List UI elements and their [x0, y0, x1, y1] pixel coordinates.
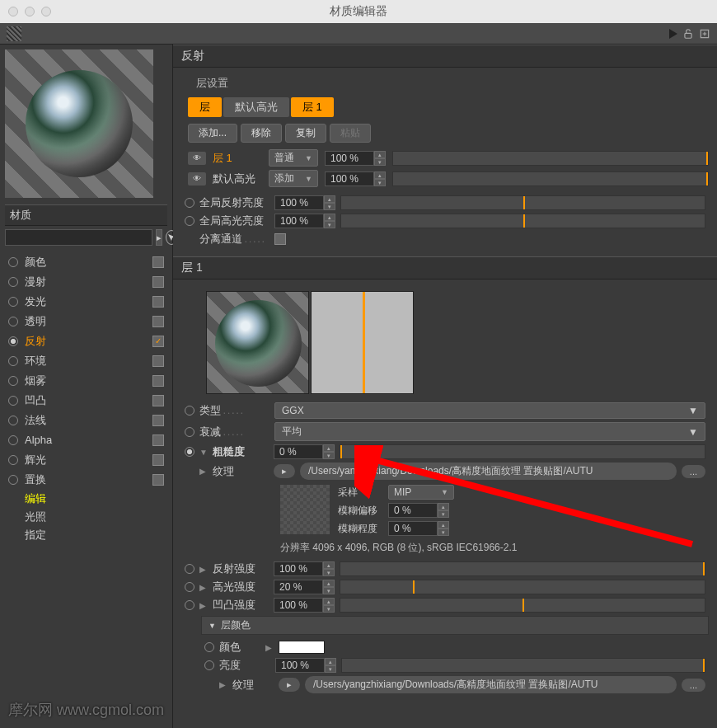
texture-more-btn[interactable]: ... [682, 465, 705, 478]
attenuation-dropdown[interactable]: 平均▼ [274, 422, 705, 441]
texture-path[interactable]: /Users/yangzhixiang/Downloads/高精度地面纹理 置换… [300, 463, 677, 480]
global-specular-slider[interactable] [340, 214, 705, 228]
separate-channel-check[interactable] [274, 233, 286, 245]
spinner[interactable]: ▴▾ [374, 171, 386, 186]
radio[interactable] [185, 447, 194, 457]
new-material-icon[interactable] [699, 28, 710, 40]
channel-glow[interactable]: 辉光 [5, 450, 167, 470]
spinner[interactable]: ▴▾ [324, 195, 335, 210]
material-name-input[interactable] [5, 229, 152, 246]
channel-environment[interactable]: 环境 [5, 351, 167, 371]
spinner[interactable]: ▴▾ [323, 580, 335, 594]
roughness-slider[interactable] [340, 444, 705, 459]
layer-row-1[interactable]: 👁 层 1 普通▼ 100 %▴▾ [188, 149, 709, 167]
add-button[interactable]: 添加... [188, 124, 237, 143]
remove-button[interactable]: 移除 [241, 124, 282, 143]
tab-layer[interactable]: 层 [188, 97, 222, 117]
expand-arrow-icon[interactable]: ▶ [199, 467, 208, 476]
layer1-preview-specular[interactable] [311, 291, 414, 394]
channel-luminance[interactable]: 发光 [5, 292, 167, 312]
minimize-window-btn[interactable] [25, 7, 35, 16]
brightness-field[interactable]: 100 % [275, 658, 325, 673]
texture-grid-icon[interactable] [7, 26, 21, 41]
layer1-mode-dropdown[interactable]: 普通▼ [269, 149, 318, 167]
cursor-icon[interactable] [669, 29, 677, 39]
channel-transparency[interactable]: 透明 [5, 312, 167, 331]
expand-arrow-icon[interactable]: ▶ [265, 643, 274, 652]
layer-color-texture-path[interactable]: /Users/yangzhixiang/Downloads/高精度地面纹理 置换… [305, 676, 677, 693]
radio[interactable] [185, 216, 194, 226]
spinner[interactable]: ▴▾ [374, 151, 386, 166]
radio[interactable] [185, 198, 194, 208]
expand-arrow-icon[interactable]: ▶ [199, 601, 208, 610]
material-preview[interactable] [5, 49, 153, 198]
spinner[interactable]: ▴▾ [438, 521, 449, 536]
channel-normal[interactable]: 法线 [5, 411, 167, 430]
expand-btn[interactable]: ▸ [156, 229, 162, 246]
eye-icon[interactable]: 👁 [188, 172, 206, 186]
tab-default-specular[interactable]: 默认高光 [223, 97, 289, 117]
spinner[interactable]: ▴▾ [438, 503, 449, 518]
type-dropdown[interactable]: GGX▼ [274, 402, 705, 419]
radio[interactable] [185, 582, 194, 592]
specular-strength-field[interactable]: 20 % [274, 580, 323, 594]
radio[interactable] [185, 600, 194, 610]
expand-arrow-icon[interactable]: ▶ [199, 565, 208, 574]
spinner[interactable]: ▴▾ [323, 444, 335, 459]
layer1-preview-sphere[interactable] [206, 291, 309, 394]
eye-icon[interactable]: 👁 [188, 152, 206, 165]
radio[interactable] [204, 660, 214, 670]
layer-row-default[interactable]: 👁 默认高光 添加▼ 100 %▴▾ [188, 170, 709, 187]
texture-menu-btn[interactable]: ▸ [274, 464, 295, 478]
channel-displacement[interactable]: 置换 [5, 470, 167, 490]
specular-strength-slider[interactable] [340, 580, 705, 594]
channel-diffuse[interactable]: 漫射 [5, 272, 167, 292]
texture-menu-btn[interactable]: ▸ [279, 678, 300, 692]
channel-bump[interactable]: 凹凸 [5, 391, 167, 411]
expand-arrow-icon[interactable]: ▼ [199, 448, 208, 457]
color-swatch[interactable] [279, 641, 325, 654]
radio[interactable] [185, 427, 194, 437]
global-reflection-field[interactable]: 100 % [274, 195, 324, 210]
spinner[interactable]: ▴▾ [324, 214, 335, 228]
blur-scale-field[interactable]: 0 % [388, 521, 438, 536]
roughness-field[interactable]: 0 % [274, 444, 323, 459]
layer1-opacity-slider[interactable] [392, 151, 709, 166]
radio[interactable] [185, 564, 194, 574]
zoom-window-btn[interactable] [41, 7, 51, 16]
channel-alpha[interactable]: Alpha [5, 430, 167, 450]
default-opacity-slider[interactable] [392, 171, 709, 186]
spinner[interactable]: ▴▾ [323, 561, 335, 576]
expand-arrow-icon[interactable]: ▶ [199, 583, 208, 592]
sub-illumination[interactable]: 光照 [5, 508, 167, 526]
spinner[interactable]: ▴▾ [325, 658, 336, 673]
tab-layer1[interactable]: 层 1 [291, 97, 334, 117]
brightness-slider[interactable] [341, 658, 705, 673]
reflection-strength-field[interactable]: 100 % [274, 561, 323, 576]
radio[interactable] [185, 406, 194, 416]
texture-thumbnail[interactable] [280, 485, 330, 534]
sub-edit[interactable]: 编辑 [5, 490, 167, 508]
layer-color-header[interactable]: ▼层颜色 [201, 616, 709, 635]
paste-button[interactable]: 粘贴 [330, 124, 371, 143]
texture-more-btn[interactable]: ... [682, 679, 705, 692]
lock-icon[interactable] [682, 28, 694, 40]
spinner[interactable]: ▴▾ [323, 598, 335, 613]
default-opacity-field[interactable]: 100 % [325, 171, 374, 186]
radio[interactable] [204, 642, 214, 652]
expand-arrow-icon[interactable]: ▶ [219, 680, 227, 689]
default-mode-dropdown[interactable]: 添加▼ [269, 170, 318, 187]
global-specular-field[interactable]: 100 % [274, 214, 324, 228]
blur-offset-field[interactable]: 0 % [388, 503, 438, 518]
sub-assign[interactable]: 指定 [5, 526, 167, 544]
layer1-opacity-field[interactable]: 100 % [325, 151, 374, 166]
copy-button[interactable]: 复制 [285, 124, 326, 143]
global-reflection-slider[interactable] [340, 195, 705, 210]
close-window-btn[interactable] [8, 7, 18, 16]
channel-reflection[interactable]: 反射✓ [5, 331, 167, 351]
reflection-strength-slider[interactable] [340, 561, 705, 576]
sampling-dropdown[interactable]: MIP▼ [388, 485, 454, 500]
channel-fog[interactable]: 烟雾 [5, 371, 167, 391]
bump-strength-slider[interactable] [340, 598, 705, 613]
bump-strength-field[interactable]: 100 % [274, 598, 323, 613]
